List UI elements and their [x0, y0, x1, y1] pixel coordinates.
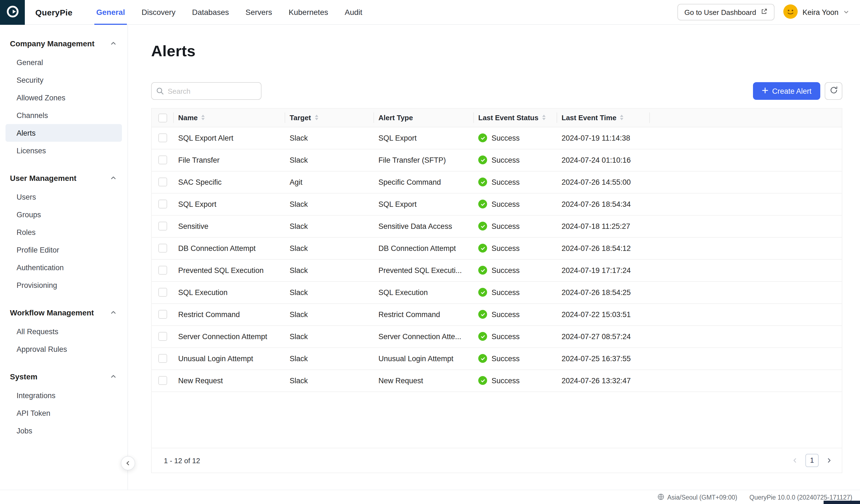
status-badge: Success	[478, 133, 520, 142]
select-all-checkbox[interactable]	[158, 113, 167, 122]
sidebar-item-allowed-zones[interactable]: Allowed Zones	[5, 89, 122, 106]
sidebar-item-label: Groups	[16, 210, 41, 219]
success-check-icon	[478, 310, 487, 319]
next-page-button[interactable]	[826, 456, 832, 464]
sidebar-item-label: Jobs	[16, 427, 32, 435]
alert-status-cell: Success	[474, 127, 557, 149]
row-checkbox-cell	[152, 370, 174, 391]
previous-page-button[interactable]	[792, 456, 798, 464]
caret-down-icon	[315, 118, 318, 120]
row-checkbox[interactable]	[158, 222, 167, 230]
table-row: New Request Slack New Request Success 20…	[152, 370, 842, 391]
search-icon	[156, 87, 164, 97]
status-bar: Asia/Seoul (GMT+09:00) QueryPie 10.0.0 (…	[0, 490, 860, 504]
sidebar-item-api-token[interactable]: API Token	[5, 404, 122, 422]
querypie-logo[interactable]	[0, 0, 25, 25]
topnav-item-general[interactable]: General	[88, 0, 133, 24]
success-check-icon	[478, 222, 487, 230]
sidebar-item-general[interactable]: General	[5, 54, 122, 71]
row-checkbox[interactable]	[158, 332, 167, 341]
filler-cell	[650, 127, 842, 149]
bottom-right-dark-strip	[823, 501, 860, 504]
table-footer: 1 - 12 of 12 1	[152, 448, 842, 473]
sidebar-section-header[interactable]: Workflow Management	[0, 304, 127, 321]
sidebar-item-integrations[interactable]: Integrations	[5, 387, 122, 404]
status-label: Success	[491, 244, 520, 252]
table-row: SQL Export Alert Slack SQL Export Succes…	[152, 127, 842, 149]
row-checkbox[interactable]	[158, 244, 167, 253]
topnav-item-servers[interactable]: Servers	[237, 0, 280, 24]
status-badge: Success	[478, 156, 520, 164]
sidebar-item-provisioning[interactable]: Provisioning	[5, 276, 122, 294]
column-header-label: Target	[290, 114, 311, 122]
sidebar-item-authentication[interactable]: Authentication	[5, 259, 122, 276]
sidebar-item-label: Allowed Zones	[16, 93, 66, 102]
column-header-alert-type[interactable]: Alert Type	[374, 109, 474, 127]
success-check-icon	[478, 133, 487, 142]
row-checkbox-cell	[152, 171, 174, 193]
querypie-admin-app: QueryPie GeneralDiscoveryDatabasesServer…	[0, 0, 860, 504]
sidebar-section-items: GeneralSecurityAllowed ZonesChannelsAler…	[0, 54, 127, 159]
sidebar-item-roles[interactable]: Roles	[5, 223, 122, 241]
page-number-button[interactable]: 1	[805, 454, 819, 467]
sidebar-item-licenses[interactable]: Licenses	[5, 142, 122, 159]
external-link-icon	[760, 8, 767, 16]
alert-time-cell: 2024-07-19 11:14:38	[557, 127, 650, 149]
column-header-last-event-status[interactable]: Last Event Status	[474, 109, 557, 127]
alert-target-cell: Slack	[285, 303, 374, 325]
row-checkbox[interactable]	[158, 177, 167, 186]
alert-time-cell: 2024-07-18 11:25:27	[557, 215, 650, 237]
sort-carets-icon	[620, 115, 624, 120]
topnav-item-label: Kubernetes	[289, 8, 328, 16]
topnav-item-discovery[interactable]: Discovery	[133, 0, 184, 24]
table-row: Restrict Command Slack Restrict Command …	[152, 303, 842, 325]
topnav-item-kubernetes[interactable]: Kubernetes	[281, 0, 336, 24]
column-header-target[interactable]: Target	[285, 109, 374, 127]
row-checkbox[interactable]	[158, 310, 167, 319]
status-badge: Success	[478, 244, 520, 253]
sidebar-section-header[interactable]: System	[0, 368, 127, 386]
column-header-last-event-time[interactable]: Last Event Time	[557, 109, 650, 127]
status-label: Success	[491, 222, 520, 230]
row-checkbox[interactable]	[158, 266, 167, 275]
sidebar-item-groups[interactable]: Groups	[5, 206, 122, 223]
row-checkbox[interactable]	[158, 354, 167, 363]
alert-status-cell: Success	[474, 281, 557, 303]
topnav-item-databases[interactable]: Databases	[184, 0, 237, 24]
sidebar-item-channels[interactable]: Channels	[5, 106, 122, 124]
topnav-item-audit[interactable]: Audit	[336, 0, 371, 24]
status-badge: Success	[478, 288, 520, 297]
row-checkbox[interactable]	[158, 200, 167, 208]
row-checkbox[interactable]	[158, 376, 167, 385]
chevron-up-icon	[110, 308, 116, 317]
sort-carets-icon	[542, 115, 546, 120]
user-menu[interactable]: Keira Yoon	[783, 4, 849, 20]
caret-up-icon	[620, 115, 624, 117]
sidebar-section-header[interactable]: User Management	[0, 169, 127, 187]
column-header-name[interactable]: Name	[174, 109, 285, 127]
filler-cell	[650, 281, 842, 303]
sidebar-collapse-button[interactable]	[121, 456, 135, 470]
row-checkbox[interactable]	[158, 156, 167, 164]
sidebar-item-users[interactable]: Users	[5, 188, 122, 206]
sidebar-item-security[interactable]: Security	[5, 71, 122, 89]
go-to-user-dashboard-button[interactable]: Go to User Dashboard	[677, 4, 774, 20]
sidebar-item-all-requests[interactable]: All Requests	[5, 322, 122, 340]
sidebar-item-jobs[interactable]: Jobs	[5, 422, 122, 440]
row-checkbox[interactable]	[158, 133, 167, 142]
table-row: SQL Export Slack SQL Export Success 2024…	[152, 193, 842, 215]
caret-down-icon	[542, 118, 546, 120]
sidebar-section-header[interactable]: Company Management	[0, 35, 127, 53]
create-alert-button[interactable]: Create Alert	[753, 82, 820, 100]
status-label: Success	[491, 310, 520, 318]
sidebar-item-profile-editor[interactable]: Profile Editor	[5, 241, 122, 259]
search-input[interactable]	[151, 82, 261, 100]
refresh-button[interactable]	[825, 82, 842, 100]
select-all-header[interactable]	[152, 109, 174, 127]
column-header-filler	[650, 109, 842, 127]
sidebar-item-alerts[interactable]: Alerts	[5, 124, 122, 142]
row-checkbox[interactable]	[158, 288, 167, 297]
sidebar-item-label: Integrations	[16, 391, 55, 400]
querypie-logo-icon	[5, 4, 19, 20]
sidebar-item-approval-rules[interactable]: Approval Rules	[5, 340, 122, 358]
